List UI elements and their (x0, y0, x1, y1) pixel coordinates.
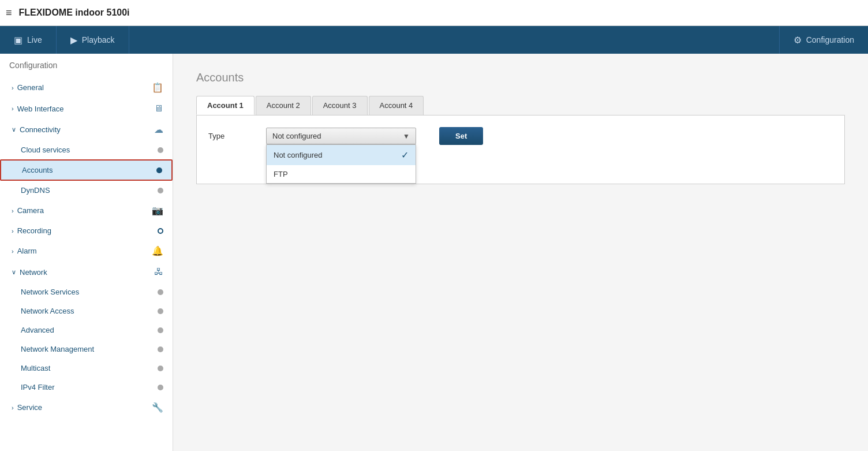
sidebar-network-management-label: Network Management (21, 345, 158, 353)
set-button[interactable]: Set (439, 127, 483, 145)
sidebar-ipv4-filter-label: IPv4 Filter (21, 383, 158, 392)
dropdown-chevron-icon: ▼ (403, 132, 410, 140)
sidebar-item-ipv4-filter[interactable]: IPv4 Filter (0, 378, 173, 397)
general-icon: 📋 (152, 82, 163, 93)
sidebar-multicast-label: Multicast (21, 364, 158, 372)
sidebar-advanced-label: Advanced (21, 326, 158, 334)
account-tabs: Account 1 Account 2 Account 3 Account 4 (196, 96, 845, 115)
sidebar-network-label: Network (20, 268, 154, 277)
tab-live-label: Live (27, 35, 42, 44)
option-ftp-label: FTP (274, 170, 288, 178)
tab-account1[interactable]: Account 1 (196, 96, 255, 115)
tab-playback-label: Playback (82, 35, 115, 44)
tab-live[interactable]: ▣ Live (0, 26, 57, 54)
sidebar-item-accounts[interactable]: Accounts (0, 159, 173, 181)
sidebar-item-advanced[interactable]: Advanced (0, 320, 173, 340)
navtabs: ▣ Live ▶ Playback ⚙ Configuration (0, 26, 868, 54)
account-content-box: Type Not configured ▼ Not configured ✓ F… (196, 115, 845, 184)
cloud-services-dot (158, 147, 163, 153)
ipv4-filter-dot (158, 385, 163, 390)
chevron-right-icon: › (12, 84, 14, 91)
tab-account3[interactable]: Account 3 (312, 96, 368, 115)
page-title: Accounts (196, 71, 845, 84)
sidebar-recording-label: Recording (17, 226, 158, 235)
chevron-right-icon: › (12, 207, 14, 214)
check-icon: ✓ (401, 150, 409, 161)
chevron-right-icon: › (12, 228, 14, 234)
sidebar-item-dyndns[interactable]: DynDNS (0, 181, 173, 200)
sidebar-web-interface-label: Web Interface (17, 105, 154, 113)
app-title: FLEXIDOME indoor 5100i (19, 8, 862, 18)
menu-icon[interactable]: ≡ (6, 7, 12, 19)
sidebar-camera-label: Camera (17, 206, 152, 215)
sidebar-item-network[interactable]: ∨ Network 🖧 (0, 262, 173, 282)
network-services-dot (158, 289, 163, 295)
service-icon: 🔧 (152, 402, 163, 413)
sidebar-item-network-services[interactable]: Network Services (0, 282, 173, 301)
sidebar-item-web-interface[interactable]: › Web Interface 🖥 (0, 98, 173, 119)
tab-account4[interactable]: Account 4 (369, 96, 424, 115)
connectivity-icon: ☁ (154, 124, 163, 135)
type-dropdown[interactable]: Not configured ▼ (266, 128, 416, 144)
tab-account2[interactable]: Account 2 (256, 96, 311, 115)
option-not-configured-label: Not configured (274, 151, 323, 159)
sidebar-dyndns-label: DynDNS (21, 186, 158, 195)
chevron-right-icon: › (12, 105, 14, 112)
chevron-down-icon: ∨ (12, 126, 16, 133)
sidebar-item-cloud-services[interactable]: Cloud services (0, 140, 173, 159)
main-layout: Configuration › General 📋 › Web Interfac… (0, 54, 868, 451)
web-interface-icon: 🖥 (154, 103, 163, 114)
sidebar-item-camera[interactable]: › Camera 📷 (0, 200, 173, 221)
sidebar-item-alarm[interactable]: › Alarm 🔔 (0, 240, 173, 262)
sidebar-item-network-access[interactable]: Network Access (0, 301, 173, 320)
tab-configuration[interactable]: ⚙ Configuration (779, 26, 868, 54)
sidebar-item-multicast[interactable]: Multicast (0, 359, 173, 378)
playback-icon: ▶ (70, 35, 77, 46)
sidebar-general-label: General (17, 83, 152, 92)
sidebar-header: Configuration (0, 54, 173, 77)
sidebar-service-label: Service (17, 403, 152, 412)
tab-config-label: Configuration (806, 35, 854, 44)
recording-dot (158, 228, 163, 234)
sidebar-item-general[interactable]: › General 📋 (0, 77, 173, 98)
dropdown-selected-value: Not configured (272, 132, 321, 140)
sidebar-item-recording[interactable]: › Recording (0, 221, 173, 240)
content-area: Accounts Account 1 Account 2 Account 3 A… (173, 54, 868, 451)
type-row: Type Not configured ▼ Not configured ✓ F… (208, 127, 833, 145)
type-label: Type (208, 132, 255, 140)
network-management-dot (158, 346, 163, 352)
accounts-dot (156, 167, 162, 173)
network-access-dot (158, 308, 163, 314)
dropdown-option-ftp[interactable]: FTP (267, 165, 416, 183)
camera-icon: 📷 (152, 205, 163, 216)
config-icon: ⚙ (794, 35, 802, 46)
sidebar-alarm-label: Alarm (17, 247, 152, 255)
sidebar-network-access-label: Network Access (21, 307, 158, 315)
sidebar-cloud-services-label: Cloud services (21, 146, 158, 154)
multicast-dot (158, 366, 163, 371)
sidebar-network-services-label: Network Services (21, 288, 158, 296)
chevron-right-icon: › (12, 404, 14, 411)
sidebar-item-connectivity[interactable]: ∨ Connectivity ☁ (0, 119, 173, 140)
dyndns-dot (158, 188, 163, 193)
network-icon: 🖧 (154, 267, 163, 277)
sidebar-item-service[interactable]: › Service 🔧 (0, 397, 173, 418)
sidebar-item-network-management[interactable]: Network Management (0, 340, 173, 359)
advanced-dot (158, 327, 163, 333)
type-dropdown-wrapper: Not configured ▼ Not configured ✓ FTP (266, 128, 416, 144)
tab-playback[interactable]: ▶ Playback (57, 26, 129, 54)
sidebar-accounts-label: Accounts (22, 166, 156, 174)
chevron-right-icon: › (12, 248, 14, 255)
alarm-icon: 🔔 (152, 245, 163, 256)
live-icon: ▣ (14, 35, 23, 46)
sidebar: Configuration › General 📋 › Web Interfac… (0, 54, 173, 451)
topbar: ≡ FLEXIDOME indoor 5100i (0, 0, 868, 26)
dropdown-menu: Not configured ✓ FTP (266, 144, 416, 184)
dropdown-option-not-configured[interactable]: Not configured ✓ (267, 145, 416, 165)
chevron-down-icon: ∨ (12, 269, 16, 276)
sidebar-connectivity-label: Connectivity (20, 125, 154, 134)
